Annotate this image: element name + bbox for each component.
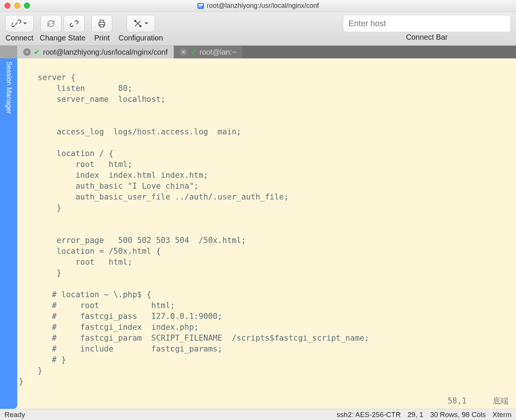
- main-body: Session Manager server { listen 80; serv…: [0, 58, 516, 409]
- status-bar: Ready ssh2: AES-256-CTR 29, 1 30 Rows, 9…: [0, 409, 516, 420]
- close-window-button[interactable]: [4, 3, 10, 9]
- host-input[interactable]: [343, 15, 511, 32]
- link-icon: [12, 19, 21, 28]
- tab-inactive[interactable]: ✕ ✔ root@lan:~: [174, 46, 243, 58]
- svg-rect-4: [100, 20, 104, 22]
- session-manager-label: Session Manager: [5, 61, 13, 114]
- chevron-down-icon: [23, 21, 27, 26]
- connect-button[interactable]: [5, 15, 34, 32]
- svg-rect-2: [198, 6, 201, 7]
- printer-icon: [97, 19, 107, 28]
- print-button[interactable]: [91, 15, 112, 32]
- configuration-button[interactable]: [127, 15, 155, 32]
- reconnect-button[interactable]: [40, 15, 61, 32]
- tools-icon: [133, 19, 143, 28]
- toolbar: Connect Change State Print Configura: [0, 12, 516, 46]
- term-type-status: Xterm: [492, 411, 512, 419]
- svg-rect-1: [198, 4, 203, 6]
- check-icon: ✔: [190, 48, 197, 57]
- status-right: ssh2: AES-256-CTR 29, 1 30 Rows, 98 Cols…: [337, 411, 512, 419]
- tab-label: root@lanzhiyong:/usr/local/nginx/conf: [43, 48, 168, 57]
- svg-point-6: [134, 20, 136, 22]
- maximize-window-button[interactable]: [24, 3, 30, 9]
- connect-label: Connect: [6, 34, 34, 42]
- loop-icon: [46, 19, 56, 28]
- connect-group: Connect: [5, 15, 34, 42]
- cursor-status: 29, 1: [407, 411, 423, 419]
- connect-bar-label: Connect Bar: [406, 33, 447, 42]
- terminal[interactable]: server { listen 80; server_name localhos…: [17, 58, 516, 409]
- tab-label: root@lan:~: [200, 48, 237, 57]
- svg-point-7: [140, 25, 141, 27]
- tab-bar-corner: [0, 46, 17, 58]
- print-group: Print: [91, 15, 112, 42]
- change-state-group: Change State: [40, 15, 85, 42]
- configuration-group: Configuration: [118, 15, 163, 42]
- tab-active[interactable]: ✕ ✔ root@lanzhiyong:/usr/local/nginx/con…: [17, 46, 174, 58]
- configuration-label: Configuration: [118, 34, 163, 42]
- check-icon: ✔: [34, 48, 40, 57]
- window-title-text: root@lanzhiyong:/usr/local/nginx/conf: [207, 2, 319, 10]
- window-controls: [4, 3, 30, 9]
- print-label: Print: [94, 34, 110, 42]
- scroll-hint: 底端: [493, 396, 509, 407]
- app-icon: [197, 2, 204, 10]
- cursor-position: 58,1: [447, 396, 467, 407]
- size-status: 30 Rows, 98 Cols: [430, 411, 486, 419]
- session-manager-tab[interactable]: Session Manager: [0, 58, 17, 409]
- connect-bar-group: Connect Bar: [343, 15, 511, 42]
- broken-link-icon: [69, 19, 79, 28]
- close-icon[interactable]: ✕: [23, 48, 31, 56]
- chevron-down-icon: [144, 21, 149, 26]
- change-state-label: Change State: [40, 34, 85, 42]
- encryption-status: ssh2: AES-256-CTR: [337, 411, 401, 419]
- status-text: Ready: [4, 411, 25, 419]
- terminal-content: server { listen 80; server_name localhos…: [19, 72, 515, 387]
- title-bar: root@lanzhiyong:/usr/local/nginx/conf: [0, 0, 516, 12]
- svg-rect-5: [100, 25, 104, 27]
- tab-bar: ✕ ✔ root@lanzhiyong:/usr/local/nginx/con…: [0, 46, 516, 58]
- close-icon[interactable]: ✕: [180, 48, 187, 56]
- disconnect-button[interactable]: [64, 15, 85, 32]
- window-title: root@lanzhiyong:/usr/local/nginx/conf: [197, 2, 319, 10]
- terminal-status-line: 58,1 底端: [447, 396, 509, 407]
- minimize-window-button[interactable]: [14, 3, 20, 9]
